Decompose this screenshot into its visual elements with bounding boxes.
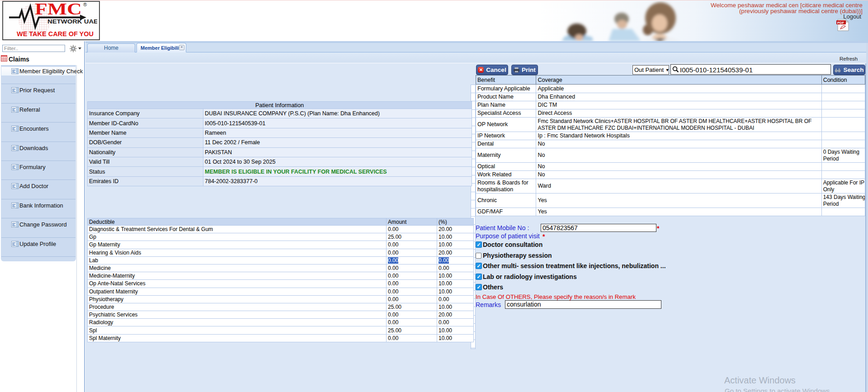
svg-text:WE TAKE CARE OF YOU: WE TAKE CARE OF YOU — [17, 30, 94, 38]
svg-text:®: ® — [83, 2, 87, 7]
svg-text:NETWORK UAE: NETWORK UAE — [47, 19, 97, 25]
svg-text:PDF: PDF — [837, 21, 844, 25]
svg-text:FMC: FMC — [35, 2, 82, 18]
